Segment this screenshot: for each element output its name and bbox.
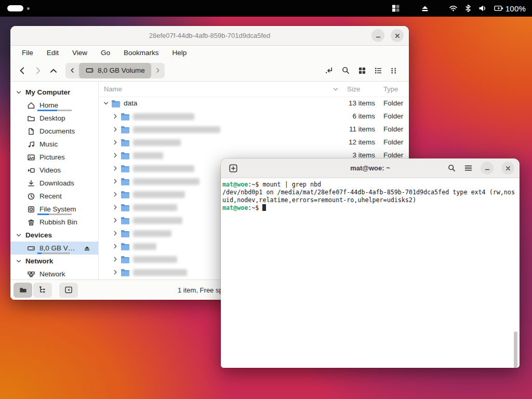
redacted-file-name bbox=[133, 126, 220, 133]
expander-closed-icon[interactable] bbox=[112, 269, 119, 276]
expander-closed-icon[interactable] bbox=[112, 256, 119, 263]
redacted-file-name bbox=[133, 269, 187, 276]
search-icon[interactable] bbox=[341, 66, 350, 75]
icon-view-icon[interactable] bbox=[358, 66, 366, 75]
menu-go[interactable]: Go bbox=[101, 49, 110, 57]
compact-view-icon[interactable] bbox=[390, 66, 398, 75]
terminal-search-icon[interactable] bbox=[447, 164, 456, 172]
places-panel-button[interactable] bbox=[14, 283, 32, 298]
sidebar-section-devices[interactable]: Devices bbox=[10, 229, 98, 242]
drive-icon bbox=[27, 244, 35, 252]
chevron-down-icon bbox=[16, 89, 22, 96]
expander-closed-icon[interactable] bbox=[112, 243, 119, 250]
eject-icon[interactable] bbox=[421, 4, 429, 12]
expander-closed-icon[interactable] bbox=[112, 113, 119, 120]
expander-closed-icon[interactable] bbox=[112, 126, 119, 133]
trash-icon bbox=[27, 218, 35, 227]
sidebar-item-8-0-gb-v-[interactable]: 8,0 GB V… bbox=[10, 242, 98, 255]
wifi-icon[interactable] bbox=[449, 4, 458, 12]
redacted-file-name bbox=[133, 152, 163, 159]
column-header-size[interactable]: Size bbox=[347, 85, 360, 93]
sidebar-item-desktop[interactable]: Desktop bbox=[10, 112, 98, 125]
terminal-window: mat@woe: ~ mat@woe:~$ mount | grep nbd/d… bbox=[221, 158, 520, 368]
file-row-redacted[interactable]: 6 itemsFolder bbox=[99, 110, 409, 123]
up-button[interactable] bbox=[49, 66, 58, 75]
expander-closed-icon[interactable] bbox=[112, 139, 119, 146]
menu-file[interactable]: File bbox=[22, 49, 33, 57]
redacted-file-name bbox=[133, 256, 177, 263]
desktop-wallpaper: 100% 28efe07f-44db-4afb-859b-701d9dca5fe… bbox=[0, 0, 532, 399]
folder-icon bbox=[27, 114, 35, 123]
disk-usage-bar bbox=[37, 252, 70, 254]
terminal-screen[interactable]: mat@woe:~$ mount | grep nbd/dev/nbd0p1 o… bbox=[221, 178, 520, 368]
current-location-tab[interactable]: 8,0 GB Volume bbox=[79, 63, 151, 78]
expander-closed-icon[interactable] bbox=[112, 230, 119, 237]
menu-edit[interactable]: Edit bbox=[47, 49, 59, 57]
expander-closed-icon[interactable] bbox=[112, 217, 119, 224]
terminal-line: mat@woe:~$ mount | grep nbd bbox=[222, 181, 518, 189]
fm-menubar: File Edit View Go Bookmarks Help bbox=[10, 46, 409, 60]
column-header-type[interactable]: Type bbox=[383, 85, 398, 93]
fm-minimize-button[interactable] bbox=[371, 29, 384, 42]
list-view-icon[interactable] bbox=[374, 66, 382, 75]
terminal-minimize-button[interactable] bbox=[481, 162, 494, 175]
tab-scroll-right-icon[interactable] bbox=[151, 63, 165, 78]
toggle-side-pane-button[interactable] bbox=[59, 283, 78, 298]
hamburger-menu-icon[interactable] bbox=[464, 164, 473, 172]
sidebar-item-downloads[interactable]: Downloads bbox=[10, 177, 98, 190]
redacted-file-name bbox=[133, 191, 185, 198]
status-tray[interactable]: 100% bbox=[392, 0, 526, 17]
volume-icon[interactable] bbox=[478, 4, 487, 12]
file-size: 11 items bbox=[322, 125, 375, 133]
expander-closed-icon[interactable] bbox=[112, 178, 119, 185]
expander-closed-icon[interactable] bbox=[112, 191, 119, 198]
column-header-name[interactable]: Name bbox=[104, 85, 122, 93]
terminal-close-button[interactable] bbox=[501, 162, 514, 175]
menu-view[interactable]: View bbox=[72, 49, 87, 57]
sidebar-item-recent[interactable]: Recent bbox=[10, 190, 98, 203]
back-button[interactable] bbox=[18, 66, 27, 75]
expander-closed-icon[interactable] bbox=[112, 152, 119, 159]
expander-closed-icon[interactable] bbox=[112, 165, 119, 172]
folder-icon bbox=[121, 152, 130, 159]
tree-panel-button[interactable] bbox=[33, 283, 52, 298]
workspace-inactive-dot[interactable] bbox=[27, 7, 30, 10]
sidebar-item-videos[interactable]: Videos bbox=[10, 164, 98, 177]
sidebar-item-home[interactable]: Home bbox=[10, 99, 98, 112]
menu-bookmarks[interactable]: Bookmarks bbox=[124, 49, 159, 57]
expander-open-icon[interactable] bbox=[103, 100, 110, 107]
redacted-file-name bbox=[133, 230, 171, 237]
folder-icon bbox=[121, 113, 130, 121]
sidebar-item-pictures[interactable]: Pictures bbox=[10, 151, 98, 164]
sidebar-item-music[interactable]: Music bbox=[10, 138, 98, 151]
fm-close-button[interactable] bbox=[391, 29, 404, 42]
network-icon bbox=[27, 270, 35, 278]
go-to-location-icon[interactable] bbox=[325, 66, 334, 75]
forward-button[interactable] bbox=[33, 66, 43, 75]
tab-scroll-left-icon[interactable] bbox=[65, 63, 79, 78]
redacted-file-name bbox=[133, 243, 156, 250]
sidebar-section-network[interactable]: Network bbox=[10, 255, 98, 268]
menu-help[interactable]: Help bbox=[172, 49, 187, 57]
eject-volume-button[interactable] bbox=[83, 244, 91, 252]
sidebar-item-documents[interactable]: Documents bbox=[10, 125, 98, 138]
terminal-headerbar[interactable]: mat@woe: ~ bbox=[221, 158, 520, 178]
sidebar-item-file-system[interactable]: File System bbox=[10, 203, 98, 216]
sidebar-item-rubbish-bin[interactable]: Rubbish Bin bbox=[10, 216, 98, 229]
sidebar-section-my-computer[interactable]: My Computer bbox=[10, 86, 98, 99]
workspace-active-pill[interactable] bbox=[7, 5, 23, 11]
status-text: 1 item, Free sp bbox=[178, 286, 223, 294]
redacted-file-name bbox=[133, 204, 177, 211]
document-icon bbox=[27, 127, 35, 136]
terminal-scrollbar[interactable] bbox=[514, 331, 517, 368]
fm-titlebar[interactable]: 28efe07f-44db-4afb-859b-701d9dca5fed bbox=[10, 26, 409, 46]
bluetooth-icon[interactable] bbox=[465, 4, 471, 12]
file-row-data[interactable]: data13 itemsFolder bbox=[99, 97, 409, 110]
sidebar-item-network[interactable]: Network bbox=[10, 268, 98, 280]
expander-closed-icon[interactable] bbox=[112, 204, 119, 211]
file-row-redacted[interactable]: 12 itemsFolder bbox=[99, 136, 409, 149]
file-row-redacted[interactable]: 11 itemsFolder bbox=[99, 123, 409, 136]
new-tab-button[interactable] bbox=[228, 163, 239, 174]
windows-grid-icon[interactable] bbox=[392, 4, 400, 12]
battery-icon[interactable] bbox=[494, 4, 504, 12]
